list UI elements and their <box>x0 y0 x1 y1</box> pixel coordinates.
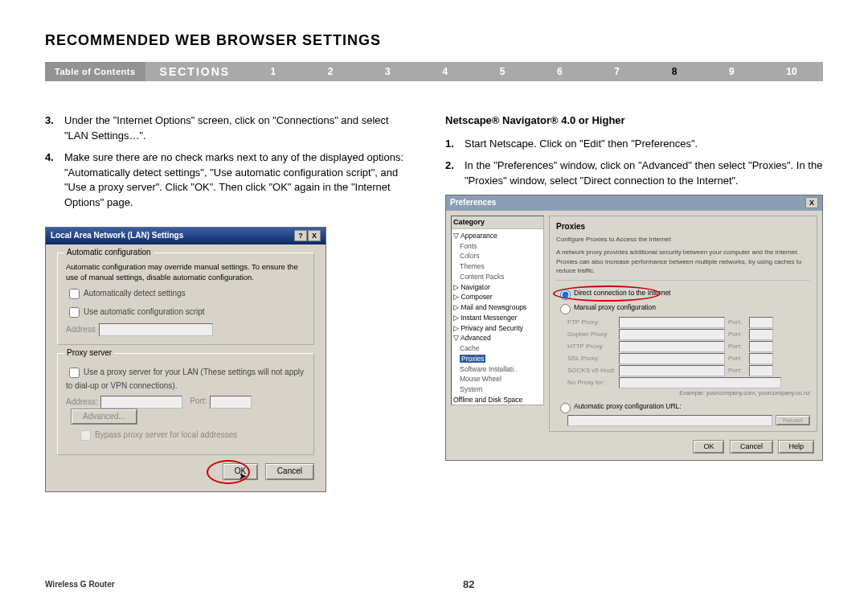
panel-desc: A network proxy provides additional secu… <box>556 248 810 281</box>
lan-settings-dialog: Local Area Network (LAN) Settings ?X Aut… <box>45 227 326 492</box>
tree-item[interactable]: Mail and Newsgroups <box>461 303 526 311</box>
step-text: Start Netscape. Click on "Edit" then "Pr… <box>465 137 698 152</box>
cancel-button[interactable]: Cancel <box>730 440 773 454</box>
tree-item[interactable]: System <box>460 384 542 395</box>
groupbox-label: Automatic configuration <box>64 247 154 259</box>
step-num: 4. <box>45 150 64 211</box>
port-input[interactable] <box>749 353 773 364</box>
subheading: Netscape® Navigator® 4.0 or Higher <box>445 113 823 129</box>
direct-connection-radio[interactable] <box>560 290 571 300</box>
sections-label: SECTIONS <box>145 65 245 78</box>
proxy-input[interactable] <box>619 329 725 340</box>
radio-label: Automatic proxy configuration URL: <box>574 402 682 410</box>
radio-label: Direct connection to the Internet <box>574 289 671 297</box>
proxy-input[interactable] <box>619 341 725 352</box>
ok-button[interactable]: OK <box>693 440 724 454</box>
step-text: Under the "Internet Options" screen, cli… <box>64 113 407 144</box>
proxy-input[interactable] <box>619 365 725 376</box>
port-label: Port: <box>728 330 746 339</box>
port-label: Port: <box>728 366 746 376</box>
dialog-title: Preferences <box>450 197 496 209</box>
tree-item-selected[interactable]: Proxies <box>460 355 485 363</box>
address-input[interactable] <box>99 323 213 336</box>
left-column: 3.Under the "Internet Options" screen, c… <box>45 113 407 492</box>
product-name: Wireless G Router <box>45 580 115 589</box>
cancel-button[interactable]: Cancel <box>265 463 314 480</box>
toc-link[interactable]: Table of Contents <box>45 62 145 81</box>
proxy-row-label: Gopher Proxy: <box>567 330 616 339</box>
preferences-dialog: Preferences X Category ▽ Appearance Font… <box>445 195 823 460</box>
port-input[interactable] <box>749 341 773 352</box>
category-tree[interactable]: Category ▽ Appearance Fonts Colors Theme… <box>451 216 544 405</box>
help-icon[interactable]: ? <box>294 230 307 241</box>
address-label: Address: <box>66 396 97 405</box>
port-input[interactable] <box>210 396 252 409</box>
proxy-address-input[interactable] <box>100 396 182 409</box>
section-navbar: Table of Contents SECTIONS 1 2 3 4 5 6 7… <box>45 62 823 81</box>
section-4[interactable]: 4 <box>442 66 448 77</box>
page-title: RECOMMENDED WEB BROWSER SETTINGS <box>45 32 823 49</box>
group-desc: Automatic configuration may override man… <box>66 261 305 284</box>
auto-url-input[interactable] <box>567 415 772 426</box>
tree-item[interactable]: Privacy and Security <box>461 324 522 332</box>
section-8[interactable]: 8 <box>672 66 678 77</box>
port-input[interactable] <box>749 317 773 328</box>
tree-item[interactable]: Mouse Wheel <box>460 374 542 384</box>
step-num: 2. <box>445 158 465 189</box>
tree-item[interactable]: Themes <box>460 261 542 272</box>
right-column: Netscape® Navigator® 4.0 or Higher 1.Sta… <box>445 113 823 492</box>
port-label: Port: <box>190 396 207 405</box>
tree-item[interactable]: Fonts <box>460 241 542 252</box>
section-1[interactable]: 1 <box>270 66 276 77</box>
section-5[interactable]: 5 <box>500 66 506 77</box>
groupbox-label: Proxy server <box>64 347 114 359</box>
panel-subheading: Configure Proxies to Access the Internet <box>556 235 810 244</box>
close-icon[interactable]: X <box>805 197 818 208</box>
reload-button[interactable]: Reload <box>776 415 810 426</box>
advanced-button[interactable]: Advanced... <box>71 409 137 425</box>
tree-item[interactable]: Appearance <box>461 232 497 240</box>
proxy-row-label: SSL Proxy: <box>567 354 616 364</box>
port-input[interactable] <box>749 329 773 340</box>
cb-label: Use automatic configuration script <box>84 307 205 316</box>
section-6[interactable]: 6 <box>557 66 563 77</box>
tree-item[interactable]: Colors <box>460 251 542 261</box>
tree-item[interactable]: Instant Messenger <box>461 314 517 322</box>
radio-label: Manual proxy configuration <box>574 303 656 311</box>
manual-proxy-radio[interactable] <box>560 304 571 314</box>
proxy-input[interactable] <box>619 353 725 364</box>
page-number: 82 <box>463 578 474 590</box>
tree-item[interactable]: Offline and Disk Space <box>453 395 542 405</box>
proxy-checkbox[interactable] <box>69 368 80 378</box>
proxy-input[interactable] <box>619 377 781 388</box>
cb-label: Bypass proxy server for local addresses <box>95 430 237 439</box>
section-7[interactable]: 7 <box>614 66 620 77</box>
port-label: Port: <box>728 342 746 351</box>
auto-detect-checkbox[interactable] <box>69 289 80 299</box>
port-label: Port: <box>728 318 746 327</box>
tree-header: Category <box>452 216 543 229</box>
tree-item[interactable]: Advanced <box>461 334 491 342</box>
panel-heading: Proxies <box>556 221 810 233</box>
proxy-row-label: FTP Proxy: <box>567 318 616 327</box>
cb-label: Use a proxy server for your LAN (These s… <box>66 368 304 390</box>
tree-item[interactable]: Content Packs <box>460 272 542 282</box>
tree-item[interactable]: Navigator <box>461 283 489 291</box>
section-2[interactable]: 2 <box>328 66 334 77</box>
close-icon[interactable]: X <box>308 230 321 241</box>
help-button[interactable]: Help <box>778 440 814 454</box>
section-3[interactable]: 3 <box>385 66 391 77</box>
port-input[interactable] <box>749 365 773 376</box>
tree-item[interactable]: Cache <box>460 343 542 354</box>
cursor-icon: ➤ <box>239 470 247 483</box>
tree-item[interactable]: Composer <box>461 293 492 301</box>
page-footer: Wireless G Router 82 <box>45 578 823 590</box>
tree-item[interactable]: Software Installati.. <box>460 364 542 375</box>
section-9[interactable]: 9 <box>729 66 735 77</box>
section-10[interactable]: 10 <box>786 66 796 77</box>
proxy-row-label: No Proxy for: <box>567 378 616 388</box>
step-text: Make sure there are no check marks next … <box>64 150 407 211</box>
auto-proxy-radio[interactable] <box>560 403 571 413</box>
auto-config-checkbox[interactable] <box>69 307 80 318</box>
proxy-input[interactable] <box>619 317 725 328</box>
